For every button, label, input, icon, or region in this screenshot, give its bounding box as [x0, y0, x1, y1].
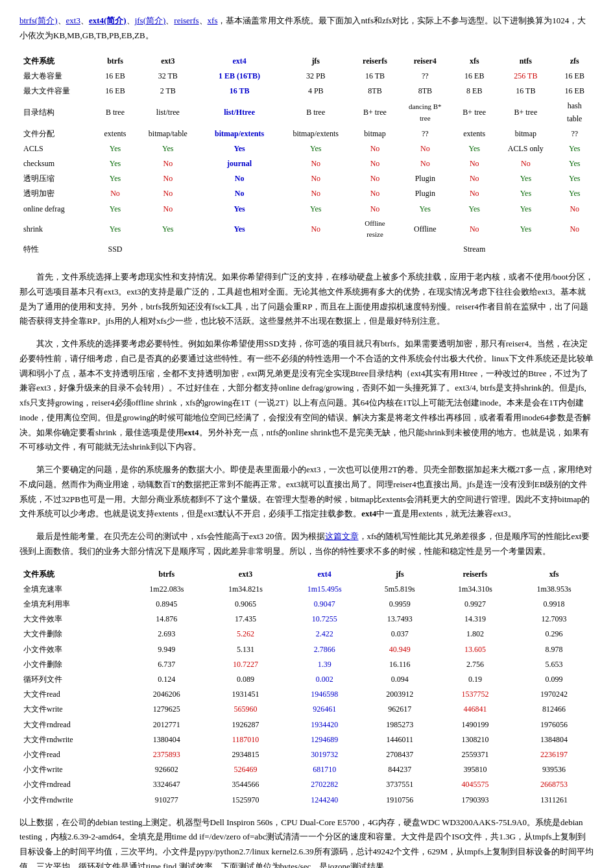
- cell: 2934815: [206, 747, 285, 762]
- cell-zfs: Yes: [556, 186, 594, 201]
- cell-ext4: No: [200, 186, 278, 201]
- cell: 926461: [285, 702, 364, 717]
- cell: 0.089: [206, 672, 285, 687]
- cell: 0.002: [285, 672, 364, 687]
- cell-xfs: B+ tree: [453, 99, 496, 126]
- jfs-link[interactable]: jfs(简介): [135, 16, 166, 25]
- cell: 526469: [206, 762, 285, 777]
- cell: 2012771: [127, 717, 206, 732]
- row-label: 循环列文件: [19, 672, 127, 687]
- cell: 962617: [364, 702, 435, 717]
- cell: 844237: [364, 762, 435, 777]
- row-label: 大文件删除: [19, 627, 127, 642]
- cell: 2.693: [127, 627, 206, 642]
- table-row: 目录结构 B tree list/tree list/Htree B tree …: [19, 99, 594, 126]
- perf-col-ext4: ext4: [285, 567, 364, 582]
- table-row: 透明压缩 Yes No No No No Plugin No Yes Yes: [19, 171, 594, 186]
- row-label: ACLS: [19, 141, 95, 156]
- cell: 2.7866: [285, 642, 364, 657]
- row-label: 小文件效率: [19, 642, 127, 657]
- cell-ntfs: bitmap: [496, 127, 555, 141]
- row-label: 大文件rndwrite: [19, 732, 127, 747]
- cell-zfs: hashtable: [556, 99, 594, 126]
- cell-btrfs: Yes: [95, 141, 136, 156]
- perf-note: 以上数据，在公司的debian testing上测定。机器型号Dell Insp…: [19, 815, 594, 868]
- cell: 1910756: [364, 793, 435, 808]
- cell-zfs: 16 EB: [556, 69, 594, 84]
- cell-ext3: bitmap/table: [136, 127, 200, 141]
- table-row: shrink Yes Yes Yes No Offlineresize Offl…: [19, 217, 594, 242]
- cell-reiserfs: Offlineresize: [353, 217, 398, 242]
- table-row: 循环列文件 0.124 0.089 0.002 0.094 0.19 0.099: [19, 672, 594, 687]
- cell: 0.9959: [364, 597, 435, 612]
- perf-comparison-table: 文件系统 btrfs ext3 ext4 jfs reiserfs xfs 全填…: [19, 567, 594, 808]
- cell: 8.978: [514, 642, 594, 657]
- cell-btrfs: B tree: [95, 99, 136, 126]
- table-row: online defrag Yes No Yes Yes No Yes Yes …: [19, 202, 594, 217]
- col-header-ntfs: ntfs: [496, 54, 555, 69]
- table-row: 大文件rndread 2012771 1926287 1934420 19852…: [19, 717, 594, 732]
- cell-ext3: list/tree: [136, 99, 200, 126]
- reiserfs-link[interactable]: reiserfs: [174, 16, 198, 25]
- cell: 17.435: [206, 612, 285, 627]
- row-label: 小文件删除: [19, 657, 127, 672]
- btrfs-link[interactable]: btrfs(简介): [19, 16, 58, 25]
- row-label: shrink: [19, 217, 95, 242]
- cell-reiserfs: No: [353, 202, 398, 217]
- cell: 939536: [514, 762, 594, 777]
- cell-xfs: Yes: [453, 141, 496, 156]
- cell-zfs: 16 EB: [556, 84, 594, 99]
- cell: 1926287: [206, 717, 285, 732]
- cell: 910277: [127, 793, 206, 808]
- cell: 0.296: [514, 627, 594, 642]
- ext4-link[interactable]: ext4(简介): [89, 16, 126, 25]
- cell: 1m22.083s: [127, 582, 206, 597]
- cell-btrfs: No: [95, 186, 136, 201]
- cell: 3019732: [285, 747, 364, 762]
- cell: 1985273: [364, 717, 435, 732]
- cell: 926602: [127, 762, 206, 777]
- cell: 1187010: [206, 732, 285, 747]
- cell: 6.737: [127, 657, 206, 672]
- xfs-link[interactable]: xfs: [208, 16, 218, 25]
- row-label: 大文件rndread: [19, 717, 127, 732]
- cell-xfs: extents: [453, 127, 496, 141]
- cell: 1m34.310s: [436, 582, 515, 597]
- cell: 0.9047: [285, 597, 364, 612]
- ext3-link[interactable]: ext3: [66, 16, 80, 25]
- cell-jfs: [279, 242, 353, 257]
- table-row: 最大文件容量 16 EB 2 TB 16 TB 4 PB 8TB 8TB 8 E…: [19, 84, 594, 99]
- cell-ntfs: Yes: [496, 186, 555, 201]
- cell-reiserfs: B+ tree: [353, 99, 398, 126]
- cell-ext4: bitmap/extents: [200, 127, 278, 141]
- cell: 1946598: [285, 687, 364, 702]
- cell: 5m5.819s: [364, 582, 435, 597]
- cell-btrfs: 16 EB: [95, 69, 136, 84]
- cell: 2.422: [285, 627, 364, 642]
- cell-reiserfs: No: [353, 156, 398, 171]
- table-row: 全填充利用率 0.8945 0.9065 0.9047 0.9959 0.992…: [19, 597, 594, 612]
- cell: 446841: [436, 702, 515, 717]
- cell-xfs: No: [453, 171, 496, 186]
- cell: 565960: [206, 702, 285, 717]
- cell-reiser4: Offline: [397, 217, 453, 242]
- cell: 2668753: [514, 777, 594, 792]
- cell: 3737551: [364, 777, 435, 792]
- cell-ntfs: 256 TB: [496, 69, 555, 84]
- cell-reiser4: Plugin: [397, 186, 453, 201]
- cell-btrfs: SSD: [95, 242, 136, 257]
- col-header-ext4: ext4: [200, 54, 278, 69]
- cell: 0.8945: [127, 597, 206, 612]
- col-header-btrfs: btrfs: [95, 54, 136, 69]
- cell-ext3: 32 TB: [136, 69, 200, 84]
- article-link[interactable]: 这篇文章: [325, 531, 359, 541]
- cell: 2236197: [514, 747, 594, 762]
- cell-reiser4: ??: [397, 69, 453, 84]
- row-label: 最大卷容量: [19, 69, 95, 84]
- cell-reiser4: 8TB: [397, 84, 453, 99]
- cell-ntfs: [496, 242, 555, 257]
- row-label: 目录结构: [19, 99, 95, 126]
- cell-ext4: Yes: [200, 202, 278, 217]
- cell-reiserfs: 8TB: [353, 84, 398, 99]
- cell: 1525970: [206, 793, 285, 808]
